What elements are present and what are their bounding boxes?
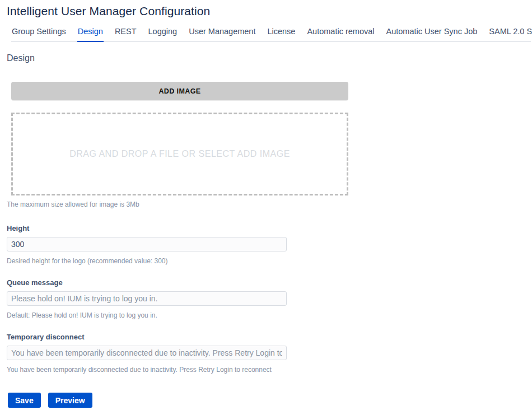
add-image-button[interactable]: ADD IMAGE <box>11 82 348 100</box>
temporary-disconnect-field-group: Temporary disconnect You have been tempo… <box>7 333 532 374</box>
queue-message-helper-text: Default: Please hold on! IUM is trying t… <box>7 311 532 319</box>
queue-message-field-group: Queue message Default: Please hold on! I… <box>7 278 532 319</box>
tab-saml-sso[interactable]: SAML 2.0 SSO <box>488 27 532 42</box>
image-dropzone[interactable]: DRAG AND DROP A FILE OR SELECT ADD IMAGE <box>11 113 348 195</box>
temporary-disconnect-helper-text: You have been temporarily disconnected d… <box>7 366 532 374</box>
height-helper-text: Desired height for the logo (recommended… <box>7 257 532 265</box>
height-field-group: Height Desired height for the logo (reco… <box>7 224 532 265</box>
height-input[interactable] <box>7 237 287 251</box>
save-button[interactable]: Save <box>8 393 41 408</box>
dropzone-hint-text: DRAG AND DROP A FILE OR SELECT ADD IMAGE <box>69 149 290 159</box>
max-size-helper-text: The maximum size allowed for image is 3M… <box>7 201 348 208</box>
config-tabbar: Group Settings Design REST Logging User … <box>11 27 531 42</box>
height-label: Height <box>7 224 532 232</box>
temporary-disconnect-label: Temporary disconnect <box>7 333 532 341</box>
design-form: Height Desired height for the logo (reco… <box>7 224 532 374</box>
tab-automatic-user-sync-job[interactable]: Automatic User Sync Job <box>386 27 478 42</box>
tab-design[interactable]: Design <box>77 27 104 42</box>
tab-automatic-removal[interactable]: Automatic removal <box>306 27 375 42</box>
tab-rest[interactable]: REST <box>114 27 137 42</box>
queue-message-input[interactable] <box>7 291 287 306</box>
preview-button[interactable]: Preview <box>48 393 92 408</box>
tab-group-settings[interactable]: Group Settings <box>11 27 67 42</box>
form-actions: Save Preview <box>8 393 532 408</box>
tab-logging[interactable]: Logging <box>148 27 178 42</box>
design-config-page: Intelligent User Manager Configuration G… <box>0 4 532 410</box>
tab-license[interactable]: License <box>267 27 296 42</box>
queue-message-label: Queue message <box>7 278 532 287</box>
temporary-disconnect-input[interactable] <box>7 346 287 360</box>
logo-uploader: ADD IMAGE DRAG AND DROP A FILE OR SELECT… <box>11 82 348 208</box>
section-heading: Design <box>7 53 532 63</box>
tab-user-management[interactable]: User Management <box>188 27 256 42</box>
page-title: Intelligent User Manager Configuration <box>7 4 532 18</box>
